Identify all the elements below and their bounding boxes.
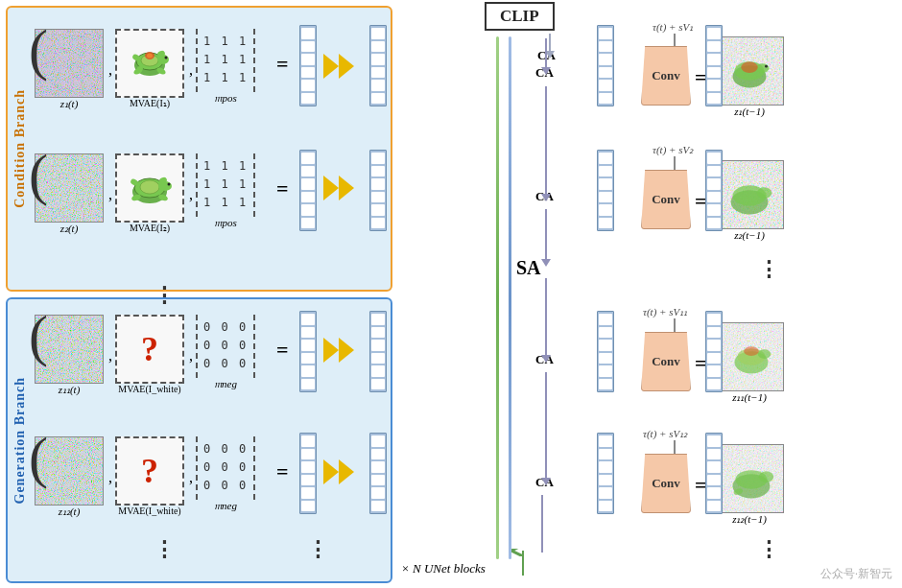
unet-label: × N UNet blocks xyxy=(401,561,486,576)
z11-mvae-label: MVAE(I_white) xyxy=(118,384,180,394)
output-col-11: z₁₁(t−1) xyxy=(715,322,784,404)
green-vertical-line xyxy=(496,36,499,559)
da-ca2-sa xyxy=(541,209,551,267)
row2-mvae-col: MVAE(I₂) xyxy=(115,153,184,233)
z1-object-image xyxy=(115,29,184,98)
tau-v11-label: τ(t) + sV₁₁ xyxy=(643,302,687,319)
svg-point-40 xyxy=(744,346,759,356)
film-strip-3l xyxy=(299,311,317,392)
clip-box: CLIP xyxy=(485,2,555,31)
z12-mvae-label: MVAE(I_white) xyxy=(118,506,180,516)
tau-v1-text: τ(t) + sV₁ xyxy=(653,21,693,33)
z2-object-image xyxy=(115,153,184,223)
generation-branch-label: Generation Branch xyxy=(12,377,28,505)
row1-matrix-col: 1 1 1 1 1 1 1 1 1 𝔪pos xyxy=(196,29,255,105)
da-sa-ca11 xyxy=(541,278,551,363)
film-strip-2r xyxy=(369,150,387,231)
comma-3: , xyxy=(108,347,112,365)
film-strip-out-4 xyxy=(705,433,723,514)
film-strip-4l xyxy=(299,433,317,514)
film-strip-2rr xyxy=(597,150,614,231)
turtle2-svg xyxy=(121,159,178,217)
svg-point-39 xyxy=(758,349,771,359)
da-ca1-ca2 xyxy=(541,86,551,201)
clip-label: CLIP xyxy=(500,7,539,25)
conv-label-1: Conv xyxy=(652,68,680,83)
tau-v2-text: τ(t) + sV₂ xyxy=(653,144,693,155)
unet-blocks-text: × N UNet blocks xyxy=(401,561,486,576)
vdots-film: ⋮ xyxy=(307,537,328,562)
z12-question-image: ? xyxy=(115,436,184,506)
z2-matrix: 1 1 1 1 1 1 1 1 1 xyxy=(196,153,255,217)
z2-label: z₂(t) xyxy=(60,223,79,235)
comma-3b: , xyxy=(189,347,193,365)
comma-1b: , xyxy=(189,61,193,79)
comma-1: , xyxy=(108,61,112,79)
vdots-gen: ⋮ xyxy=(154,537,175,562)
comma-4b: , xyxy=(189,469,193,486)
conv-trap-2: Conv xyxy=(641,170,691,229)
z12-output-image xyxy=(715,444,784,513)
z1-output-image xyxy=(715,36,784,106)
gold-arrows-2 xyxy=(323,176,354,200)
conv-trap-1: Conv xyxy=(641,46,691,106)
z1-matrix: 1 1 1 1 1 1 1 1 1 xyxy=(196,29,255,92)
vdots-right2: ⋮ xyxy=(758,537,779,562)
svg-point-35 xyxy=(757,187,772,199)
gold-arrows-12 xyxy=(323,459,354,484)
conv-block-2: Conv xyxy=(641,170,691,229)
conv-label-2: Conv xyxy=(652,192,680,207)
z1-label: z₁(t) xyxy=(60,98,79,110)
svg-point-31 xyxy=(741,61,758,73)
film-strip-4rr xyxy=(597,433,614,514)
svg-point-11 xyxy=(137,66,143,70)
watermark: 公众号·新智元 xyxy=(820,566,892,582)
gold-arrows-11 xyxy=(323,338,354,363)
up-arrow-loop xyxy=(499,549,547,581)
paren-open-1: ( xyxy=(29,21,48,79)
tau-v11-text: τ(t) + sV₁₁ xyxy=(643,306,687,318)
svg-point-30 xyxy=(765,65,768,68)
tau-v12-text: τ(t) + sV₁₂ xyxy=(643,428,687,439)
output-col-12: z₁₂(t−1) xyxy=(715,444,784,526)
z11-label: z₁₁(t) xyxy=(59,384,81,396)
row1-mvae-col: MVAE(I₁) xyxy=(115,29,184,108)
z11-question-image: ? xyxy=(115,315,184,384)
film-strip-3rr xyxy=(597,311,614,392)
conv-trap-11: Conv xyxy=(641,332,691,391)
comma-4: , xyxy=(108,469,112,486)
film-strip-out-3 xyxy=(705,311,723,392)
svg-point-17 xyxy=(140,180,159,194)
equals-2: = xyxy=(276,176,289,201)
row11-matrix-col: 0 0 0 0 0 0 0 0 0 𝔪neg xyxy=(196,315,255,390)
z1-output-label: z₁(t−1) xyxy=(734,106,765,118)
film-strip-4r xyxy=(369,433,387,514)
paren-open-2: ( xyxy=(29,146,48,203)
tau-v2-label: τ(t) + sV₂ xyxy=(653,140,693,157)
z2-output-label: z₂(t−1) xyxy=(734,229,765,242)
tau-v1-label: τ(t) + sV₁ xyxy=(653,17,693,35)
svg-point-44 xyxy=(759,471,774,482)
sa-label: SA xyxy=(516,257,541,279)
row12-question-col: ? MVAE(I_white) xyxy=(115,436,184,516)
z1-mpos-label: 𝔪pos xyxy=(214,92,236,105)
svg-point-29 xyxy=(756,63,770,73)
turtle1-svg xyxy=(121,35,178,92)
da-clip-ca1 xyxy=(541,38,551,75)
da-ca11-ca12 xyxy=(541,372,551,485)
film-strip-out-1 xyxy=(705,25,723,106)
z2-mvae-label: MVAE(I₂) xyxy=(130,223,170,233)
z11-mneg-label: 𝔪neg xyxy=(214,378,237,390)
svg-point-19 xyxy=(168,183,171,186)
conv-trap-12: Conv xyxy=(641,454,691,513)
gold-arrows-1 xyxy=(323,54,354,79)
tau-v12-label: τ(t) + sV₁₂ xyxy=(643,424,687,441)
z11-matrix: 0 0 0 0 0 0 0 0 0 xyxy=(196,315,255,378)
z12-output-label: z₁₂(t−1) xyxy=(732,513,767,526)
equals-4: = xyxy=(276,459,289,484)
film-strip-1r xyxy=(369,25,387,106)
vdots-right1: ⋮ xyxy=(758,257,779,282)
svg-point-18 xyxy=(158,181,172,191)
paren-open-3: ( xyxy=(29,307,48,365)
z11-output-label: z₁₁(t−1) xyxy=(732,391,767,404)
